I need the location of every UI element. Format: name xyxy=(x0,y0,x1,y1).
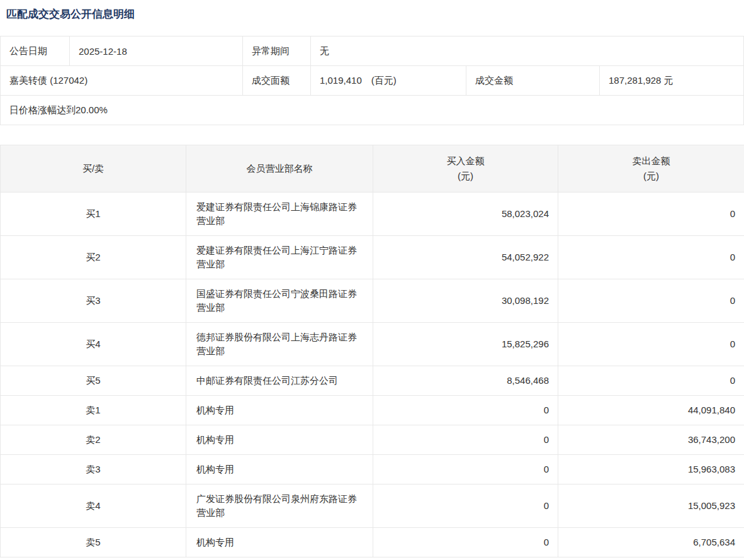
security-name: 嘉美转债 (127042) xyxy=(1,66,243,95)
side-cell: 卖5 xyxy=(1,528,186,557)
broker-trade-table-body: 买1 爱建证券有限责任公司上海锦康路证券营业部 58,023,024 0 买2 … xyxy=(1,193,744,557)
sell-amount-cell: 15,005,923 xyxy=(558,484,744,528)
side-cell: 卖3 xyxy=(1,455,186,484)
sell-amount-cell: 6,705,634 xyxy=(558,528,744,557)
page-title: 匹配成交交易公开信息明细 xyxy=(6,8,744,21)
side-cell: 买2 xyxy=(1,236,186,279)
side-cell: 卖2 xyxy=(1,425,186,455)
member-name-cell: 机构专用 xyxy=(186,528,373,557)
table-row: 买1 爱建证券有限责任公司上海锦康路证券营业部 58,023,024 0 xyxy=(1,193,744,236)
table-row: 卖3 机构专用 0 15,963,083 xyxy=(1,455,744,484)
buy-amount-cell: 8,546,468 xyxy=(373,366,558,396)
column-header-buy: 买入金额 (元) xyxy=(373,145,558,193)
column-header-buy-unit: (元) xyxy=(380,169,551,184)
side-cell: 买4 xyxy=(1,323,186,366)
column-header-side: 买/卖 xyxy=(1,145,186,193)
side-cell: 买5 xyxy=(1,366,186,396)
sell-amount-cell: 44,091,840 xyxy=(558,396,744,425)
sell-amount-cell: 0 xyxy=(558,366,744,396)
sell-amount-cell: 0 xyxy=(558,323,744,366)
buy-amount-cell: 0 xyxy=(373,484,558,528)
side-cell: 买3 xyxy=(1,279,186,323)
sell-amount-cell: 0 xyxy=(558,193,744,236)
abnormal-period-value: 无 xyxy=(311,36,743,65)
column-header-sell-label: 卖出金额 xyxy=(565,154,738,169)
column-header-buy-label: 买入金额 xyxy=(380,154,551,169)
column-header-member-label: 会员营业部名称 xyxy=(247,163,313,174)
sell-amount-cell: 0 xyxy=(558,236,744,279)
face-amount-value: 1,019,410 (百元) xyxy=(311,66,466,95)
side-cell: 卖1 xyxy=(1,396,186,425)
column-header-sell-unit: (元) xyxy=(565,169,738,184)
member-name-cell: 爱建证券有限责任公司上海江宁路证券营业部 xyxy=(186,236,373,279)
column-header-sell: 卖出金额 (元) xyxy=(558,145,744,193)
buy-amount-cell: 0 xyxy=(373,396,558,425)
side-cell: 买1 xyxy=(1,193,186,236)
broker-trade-table-header: 买/卖 会员营业部名称 买入金额 (元) 卖出金额 (元) xyxy=(1,145,744,193)
summary-info-table: 公告日期 2025-12-18 异常期间 无 嘉美转债 (127042) 成交面… xyxy=(0,36,744,125)
buy-amount-cell: 0 xyxy=(373,425,558,455)
sell-amount-cell: 0 xyxy=(558,279,744,323)
member-name-cell: 国盛证券有限责任公司宁波桑田路证券营业部 xyxy=(186,279,373,323)
buy-amount-cell: 0 xyxy=(373,455,558,484)
table-row: 卖2 机构专用 0 36,743,200 xyxy=(1,425,744,455)
member-name-cell: 广发证券股份有限公司泉州府东路证券营业部 xyxy=(186,484,373,528)
member-name-cell: 机构专用 xyxy=(186,425,373,455)
face-amount-label: 成交面额 xyxy=(243,66,311,95)
summary-row-date: 公告日期 2025-12-18 异常期间 无 xyxy=(1,36,743,66)
announce-date-label: 公告日期 xyxy=(1,36,70,65)
table-row: 买3 国盛证券有限责任公司宁波桑田路证券营业部 30,098,192 0 xyxy=(1,279,744,323)
price-limit-note: 日价格涨幅达到20.00% xyxy=(1,96,743,125)
member-name-cell: 机构专用 xyxy=(186,455,373,484)
table-row: 买4 德邦证券股份有限公司上海志丹路证券营业部 15,825,296 0 xyxy=(1,323,744,366)
column-header-side-label: 买/卖 xyxy=(82,163,104,174)
broker-trade-table: 买/卖 会员营业部名称 买入金额 (元) 卖出金额 (元) 买1 爱建证券有限责… xyxy=(0,145,744,557)
side-cell: 卖4 xyxy=(1,484,186,528)
summary-row-security: 嘉美转债 (127042) 成交面额 1,019,410 (百元) 成交金额 1… xyxy=(1,66,743,96)
table-row: 买5 中邮证券有限责任公司江苏分公司 8,546,468 0 xyxy=(1,366,744,396)
summary-row-note: 日价格涨幅达到20.00% xyxy=(1,96,743,125)
member-name-cell: 中邮证券有限责任公司江苏分公司 xyxy=(186,366,373,396)
turnover-value: 187,281,928 元 xyxy=(600,66,743,95)
turnover-label: 成交金额 xyxy=(466,66,600,95)
buy-amount-cell: 15,825,296 xyxy=(373,323,558,366)
member-name-cell: 机构专用 xyxy=(186,396,373,425)
buy-amount-cell: 54,052,922 xyxy=(373,236,558,279)
table-row: 卖5 机构专用 0 6,705,634 xyxy=(1,528,744,557)
table-row: 买2 爱建证券有限责任公司上海江宁路证券营业部 54,052,922 0 xyxy=(1,236,744,279)
table-row: 卖1 机构专用 0 44,091,840 xyxy=(1,396,744,425)
column-header-member: 会员营业部名称 xyxy=(186,145,373,193)
member-name-cell: 爱建证券有限责任公司上海锦康路证券营业部 xyxy=(186,193,373,236)
sell-amount-cell: 15,963,083 xyxy=(558,455,744,484)
buy-amount-cell: 58,023,024 xyxy=(373,193,558,236)
sell-amount-cell: 36,743,200 xyxy=(558,425,744,455)
buy-amount-cell: 0 xyxy=(373,528,558,557)
member-name-cell: 德邦证券股份有限公司上海志丹路证券营业部 xyxy=(186,323,373,366)
announce-date-value: 2025-12-18 xyxy=(70,36,243,65)
buy-amount-cell: 30,098,192 xyxy=(373,279,558,323)
abnormal-period-label: 异常期间 xyxy=(243,36,311,65)
table-row: 卖4 广发证券股份有限公司泉州府东路证券营业部 0 15,005,923 xyxy=(1,484,744,528)
